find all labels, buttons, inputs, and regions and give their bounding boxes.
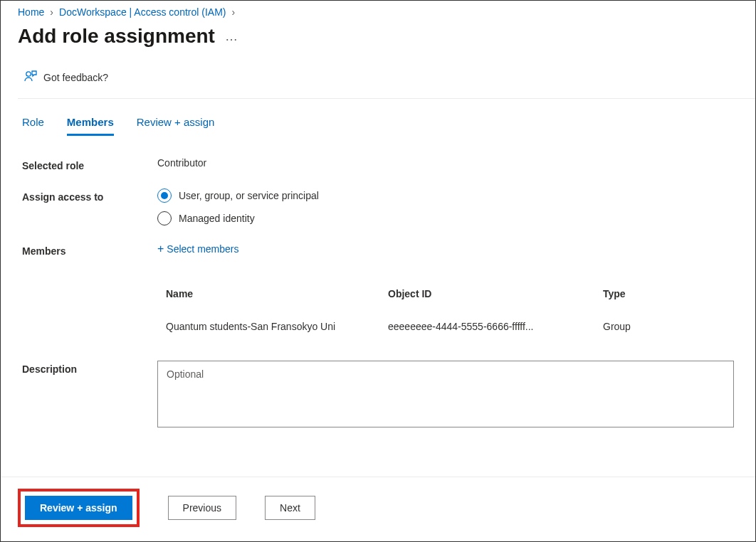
- cell-object-id: eeeeeeee-4444-5555-6666-fffff...: [381, 311, 594, 342]
- select-members-label: Select members: [167, 243, 238, 255]
- label-assign-access: Assign access to: [22, 188, 157, 203]
- form-area: Selected role Contributor Assign access …: [1, 136, 755, 430]
- breadcrumb-workspace[interactable]: DocWorkspace | Access control (IAM): [59, 6, 226, 18]
- tab-role[interactable]: Role: [22, 116, 44, 136]
- tab-review-assign[interactable]: Review + assign: [137, 116, 215, 136]
- label-selected-role: Selected role: [22, 157, 157, 171]
- feedback-link[interactable]: Got feedback?: [1, 58, 755, 98]
- radio-checked-icon: [157, 188, 172, 203]
- radio-user-group-sp[interactable]: User, group, or service principal: [157, 188, 734, 203]
- row-assign-access: Assign access to User, group, or service…: [22, 188, 734, 225]
- value-selected-role: Contributor: [157, 157, 734, 169]
- svg-point-0: [26, 72, 31, 76]
- row-description: Description: [22, 361, 734, 430]
- radio-managed-identity[interactable]: Managed identity: [157, 211, 734, 225]
- tabs: Role Members Review + assign: [1, 99, 755, 136]
- plus-icon: +: [157, 243, 164, 255]
- select-members-link[interactable]: + Select members: [157, 243, 239, 255]
- row-selected-role: Selected role Contributor: [22, 157, 734, 171]
- assign-access-radio-group: User, group, or service principal Manage…: [157, 188, 734, 225]
- cell-name: Quantum students-San Fransokyo Uni: [159, 311, 379, 342]
- review-assign-button[interactable]: Review + assign: [25, 496, 132, 520]
- description-input[interactable]: [157, 361, 734, 427]
- highlight-annotation: Review + assign: [18, 489, 140, 527]
- radio-user-label: User, group, or service principal: [179, 190, 319, 201]
- next-button[interactable]: Next: [265, 496, 315, 520]
- col-header-object-id: Object ID: [381, 278, 594, 309]
- feedback-icon: [23, 69, 38, 85]
- tab-members[interactable]: Members: [67, 116, 114, 136]
- radio-unchecked-icon: [157, 211, 172, 225]
- label-description: Description: [22, 361, 157, 375]
- breadcrumb: Home › DocWorkspace | Access control (IA…: [1, 1, 755, 21]
- footer: Review + assign Previous Next: [1, 477, 755, 541]
- previous-button[interactable]: Previous: [168, 496, 236, 520]
- cell-type: Group: [596, 311, 733, 342]
- breadcrumb-home[interactable]: Home: [18, 6, 44, 18]
- row-members: Members + Select members Name Object ID …: [22, 243, 734, 344]
- page-title-row: Add role assignment …: [1, 21, 755, 58]
- table-row[interactable]: Quantum students-San Fransokyo Uni eeeee…: [159, 311, 733, 342]
- radio-managed-label: Managed identity: [179, 213, 255, 224]
- label-members: Members: [22, 243, 157, 257]
- col-header-type: Type: [596, 278, 733, 309]
- more-actions-icon[interactable]: …: [225, 29, 238, 44]
- members-table: Name Object ID Type Quantum students-San…: [157, 277, 734, 344]
- chevron-right-icon: ›: [50, 6, 53, 18]
- feedback-label: Got feedback?: [43, 72, 108, 83]
- page-title: Add role assignment: [18, 25, 215, 48]
- col-header-name: Name: [159, 278, 379, 309]
- chevron-right-icon: ›: [231, 6, 235, 18]
